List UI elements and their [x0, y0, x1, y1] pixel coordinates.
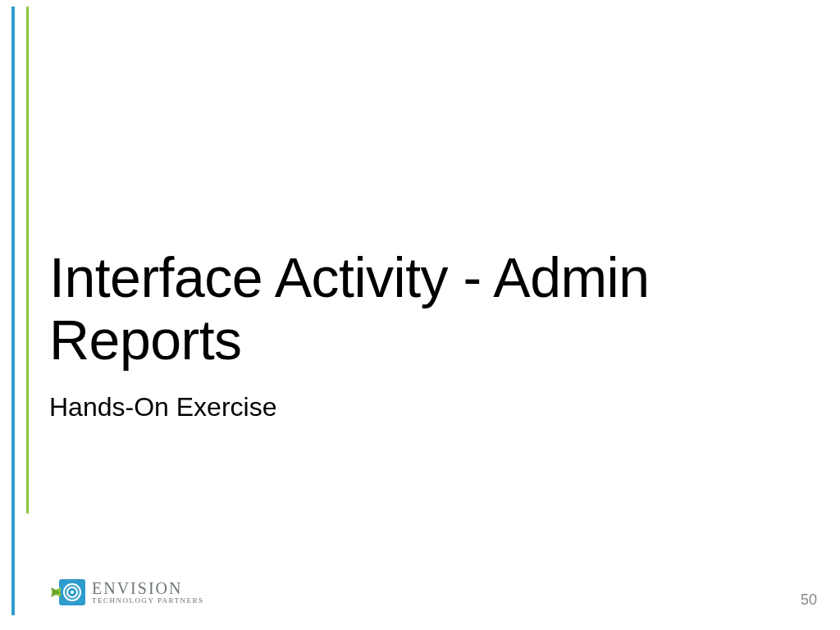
slide-subtitle: Hands-On Exercise — [49, 392, 276, 422]
logo-text: ENVISION TECHNOLOGY PARTNERS — [92, 580, 204, 605]
logo-icon — [49, 578, 85, 607]
logo-text-bottom: TECHNOLOGY PARTNERS — [92, 597, 204, 605]
logo-text-top: ENVISION — [92, 580, 204, 596]
svg-point-1 — [71, 591, 74, 594]
accent-bar-green — [26, 7, 29, 514]
page-number: 50 — [801, 591, 817, 609]
company-logo: ENVISION TECHNOLOGY PARTNERS — [49, 578, 204, 607]
slide-title: Interface Activity - Admin Reports — [49, 246, 804, 371]
accent-bar-blue — [11, 7, 15, 615]
